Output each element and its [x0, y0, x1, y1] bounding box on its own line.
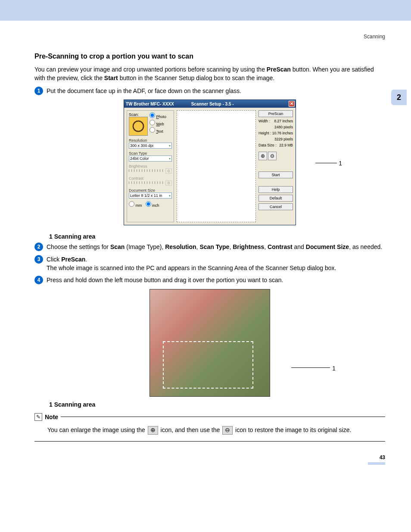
width-label: Width :: [258, 119, 270, 123]
dialog-right-panel: PreScan Width :8.27 inches 2480 pixels H…: [258, 110, 293, 222]
docsize-label: Document Size: [129, 188, 172, 193]
zoom-in-icon[interactable]: ⊕: [258, 152, 267, 160]
dialog-titlebar: TW Brother MFC- XXXX Scanner Setup - 3.5…: [124, 100, 296, 108]
title-dialog: Scanner Setup - 3.5 -: [191, 102, 234, 106]
resolution-select[interactable]: 300 x 300 dpi▾: [129, 143, 172, 149]
brightness-value: 0: [165, 168, 172, 174]
step-badge-1: 1: [34, 87, 43, 95]
step-badge-2: 2: [34, 243, 43, 251]
callout-label-1: 1: [339, 160, 342, 167]
crop-example-wrap: 1: [34, 289, 385, 397]
docsize-select[interactable]: Letter 8 1/2 x 11 in▾: [129, 193, 172, 199]
header-label: Scanning: [34, 34, 385, 40]
preview-area[interactable]: [177, 110, 256, 222]
top-bar: [0, 0, 411, 21]
height-label: Height :: [258, 131, 271, 135]
intro-text: button in the Scanner Setup dialog box t…: [118, 75, 274, 81]
note-text: icon, and then use the: [161, 426, 222, 433]
chevron-down-icon: ▾: [169, 194, 171, 198]
zoom-out-icon[interactable]: ⊖: [268, 152, 277, 160]
page-number: 43: [34, 454, 385, 460]
crop-selection[interactable]: [163, 341, 253, 389]
dialog-left-panel: Scan: PPhotohoto Web Text Resolution 300…: [127, 110, 174, 222]
scantype-select[interactable]: 24bit Color▾: [129, 156, 172, 162]
step-4: 4 Press and hold down the left mouse but…: [34, 276, 385, 284]
width-pixels: 2480 pixels: [274, 125, 293, 129]
side-tab-chapter: 2: [391, 90, 407, 105]
callout-line: [315, 163, 337, 163]
datasize-value: 22.9 MB: [279, 143, 293, 147]
note-body: You can enlarge the image using the ⊕ ic…: [34, 423, 385, 442]
zoom-out-icon: ⊖: [222, 426, 233, 435]
scanner-setup-dialog: TW Brother MFC- XXXX Scanner Setup - 3.5…: [124, 100, 296, 225]
chevron-down-icon: ▾: [169, 157, 171, 161]
resolution-label: Resolution: [129, 138, 172, 143]
step-badge-3: 3: [34, 255, 43, 264]
footer-accent: [368, 462, 385, 465]
start-button[interactable]: Start: [258, 171, 293, 178]
help-button[interactable]: Help: [258, 186, 293, 193]
intro-text: You can preview your image and crop unwa…: [34, 66, 267, 73]
title-app: TW Brother MFC- XXXX: [126, 102, 174, 106]
note-text: icon to restore the image to its origina…: [235, 426, 351, 433]
step-2: 2 Choose the settings for Scan (Image Ty…: [34, 243, 385, 251]
step-3-text: Click PreScan. The whole image is scanne…: [47, 255, 385, 273]
width-inches: 8.27 inches: [274, 119, 293, 123]
brightness-label: Brightness: [129, 164, 172, 168]
step-1-text: Put the document face up in the ADF, or …: [47, 87, 385, 95]
preview-thumbnail: [129, 117, 148, 136]
intro-paragraph: You can preview your image and crop unwa…: [34, 65, 385, 82]
step-1: 1 Put the document face up in the ADF, o…: [34, 87, 385, 95]
contrast-value: 0: [165, 180, 172, 186]
close-icon[interactable]: ✕: [289, 101, 295, 107]
note-text: You can enlarge the image using the: [47, 426, 147, 433]
cancel-button[interactable]: Cancel: [258, 203, 293, 210]
scanner-dialog-wrap: TW Brother MFC- XXXX Scanner Setup - 3.5…: [34, 100, 385, 225]
note-rule: [61, 417, 385, 417]
zoom-in-icon: ⊕: [148, 426, 158, 435]
note-label: Note: [45, 414, 58, 420]
unit-inch[interactable]: inch: [146, 201, 159, 208]
dialog-body: Scan: PPhotohoto Web Text Resolution 300…: [124, 108, 296, 225]
step-3: 3 Click PreScan. The whole image is scan…: [34, 255, 385, 273]
intro-bold-prescan: PreScan: [267, 66, 291, 73]
sample-image: [149, 289, 270, 397]
section-heading: Pre-Scanning to crop a portion you want …: [34, 53, 385, 60]
intro-bold-start: Start: [104, 75, 118, 81]
contrast-label: Contrast: [129, 176, 172, 180]
brightness-slider[interactable]: [129, 169, 164, 172]
scan-label: Scan:: [129, 112, 149, 117]
step-4-text: Press and hold down the left mouse butto…: [47, 276, 385, 284]
radio-text[interactable]: Text: [149, 127, 166, 134]
callout-line: [291, 367, 330, 368]
unit-mm[interactable]: mm: [129, 201, 142, 208]
note-header: ✎ Note: [34, 413, 385, 421]
chevron-down-icon: ▾: [169, 144, 171, 148]
scanning-area-caption-1: 1 Scanning area: [49, 233, 385, 240]
datasize-label: Data Size :: [258, 143, 277, 147]
height-pixels: 3229 pixels: [274, 137, 293, 141]
intro-text: button.: [291, 66, 311, 73]
step-2-text: Choose the settings for Scan (Image Type…: [47, 243, 385, 251]
page-content: Scanning 2 Pre-Scanning to crop a portio…: [0, 21, 411, 478]
prescan-button[interactable]: PreScan: [258, 110, 293, 117]
scantype-label: Scan Type: [129, 151, 172, 156]
default-button[interactable]: Default: [258, 195, 293, 202]
radio-web[interactable]: Web: [149, 120, 166, 126]
callout-label-2: 1: [332, 365, 336, 372]
contrast-slider[interactable]: [129, 181, 164, 184]
note-icon: ✎: [34, 413, 42, 421]
scanning-area-caption-2: 1 Scanning area: [49, 401, 385, 408]
height-inches: 10.76 inches: [272, 131, 293, 135]
radio-photo[interactable]: PPhotohoto: [149, 112, 166, 119]
step-badge-4: 4: [34, 276, 43, 284]
